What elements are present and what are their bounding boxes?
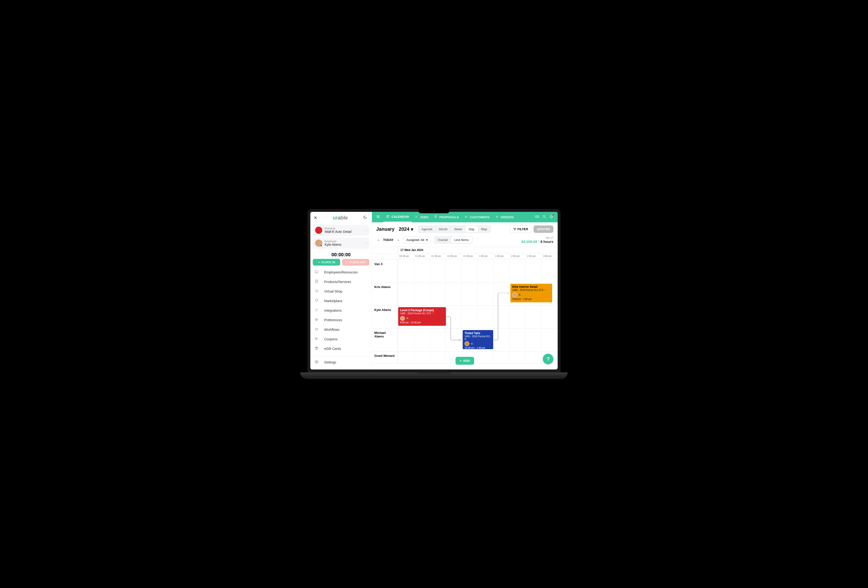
view-agenda[interactable]: Agenda — [418, 226, 435, 232]
view-map[interactable]: Map — [478, 226, 490, 232]
time-header: 1:00 pm — [478, 253, 494, 259]
calendar-cell[interactable] — [542, 260, 558, 283]
svg-point-17 — [316, 318, 316, 319]
calendar-cell[interactable] — [526, 260, 542, 283]
view-month[interactable]: Month — [435, 226, 451, 232]
calendar-cell[interactable] — [510, 329, 526, 352]
employee-selector[interactable]: Employee Kyle Abens › — [313, 238, 369, 249]
calendar-cell[interactable] — [478, 306, 494, 329]
svg-point-30 — [497, 217, 498, 218]
calendar-cell[interactable] — [478, 283, 494, 306]
calendar-cell[interactable] — [510, 306, 526, 329]
time-header: 12:30 pm — [462, 253, 478, 259]
sidebar-item-marketplace[interactable]: Marketplace — [310, 296, 372, 306]
calendar-cell[interactable] — [414, 283, 430, 306]
calendar-cell[interactable] — [398, 352, 414, 363]
clock-out-button[interactable]: CLOCK-OUT — [342, 259, 369, 266]
calendar-cell[interactable] — [430, 352, 446, 363]
today-button[interactable]: TODAY — [383, 238, 394, 242]
calendar-cell[interactable] — [446, 283, 462, 306]
tab-proposals[interactable]: PROPOSALS — [431, 212, 462, 222]
calendar-cell[interactable] — [494, 352, 510, 363]
calendar-cell[interactable] — [414, 260, 430, 283]
business-name: Wall-E Auto Detail — [325, 230, 363, 233]
cash-icon[interactable] — [535, 215, 539, 220]
tab-jobs[interactable]: JOBS — [412, 212, 431, 222]
dark-mode-icon[interactable] — [363, 216, 368, 220]
sidebar-item-virtual-shop[interactable]: Virtual Shop — [310, 287, 372, 296]
search-icon[interactable] — [542, 215, 546, 220]
calendar-cell[interactable] — [446, 306, 462, 329]
calendar-cell[interactable] — [430, 260, 446, 283]
sidebar-item-employees-resources[interactable]: Employees/Resources — [310, 267, 372, 277]
sidebar-item-products-services[interactable]: Products/Services — [310, 277, 372, 287]
sidebar-item-settings[interactable]: Settings — [310, 358, 372, 367]
calendar-cell[interactable] — [510, 352, 526, 363]
quotes-button[interactable]: QUOTES — [534, 226, 554, 233]
prev-day-button[interactable]: ‹ — [376, 237, 380, 243]
calendar-cell[interactable] — [478, 352, 494, 363]
bell-icon[interactable] — [549, 215, 554, 220]
close-icon[interactable]: ✕ — [314, 215, 317, 220]
sidebar-item-workflows[interactable]: Workflows — [310, 325, 372, 334]
calendar-cell[interactable] — [494, 306, 510, 329]
time-header: 12:00 pm — [446, 253, 462, 259]
event-elite[interactable]: Elite Interior Detail 1495 - 2018 Porche… — [511, 284, 552, 302]
tab-calendar[interactable]: CALENDAR — [383, 212, 412, 222]
scope-line-items[interactable]: Line Items — [451, 237, 472, 243]
sidebar-item-preferences[interactable]: Preferences — [310, 315, 372, 325]
calendar-cell[interactable] — [494, 329, 510, 352]
resource-row: Kyle Abens — [372, 306, 398, 329]
calendar-cell[interactable] — [526, 352, 542, 363]
assigned-dropdown[interactable]: Assigned: All ▾ — [403, 236, 431, 244]
help-button[interactable]: ? — [543, 354, 554, 364]
employee-label: Employee — [325, 240, 363, 243]
calendar-cell[interactable] — [478, 260, 494, 283]
time-header: 11:30 am — [430, 253, 446, 259]
calendar-cell[interactable] — [398, 283, 414, 306]
sidebar-item-coupons[interactable]: Coupons — [310, 334, 372, 344]
svg-point-16 — [317, 311, 318, 311]
employee-name: Kyle Abens — [325, 243, 363, 247]
view-week[interactable]: Week — [451, 226, 465, 232]
tab-icon — [434, 215, 438, 219]
calendar-cell[interactable] — [462, 283, 478, 306]
calendar-cell[interactable] — [462, 260, 478, 283]
calendar-cell[interactable] — [526, 306, 542, 329]
calendar-cell[interactable] — [462, 306, 478, 329]
calendar-cell[interactable] — [542, 329, 558, 352]
filter-button[interactable]: FILTER — [510, 226, 532, 233]
tab-customers[interactable]: CUSTOMERS — [462, 212, 493, 222]
next-day-button[interactable]: › — [397, 237, 401, 243]
calendar-cell[interactable] — [510, 260, 526, 283]
view-day[interactable]: Day — [465, 226, 478, 232]
calendar-cell[interactable] — [414, 352, 430, 363]
calendar-cell[interactable] — [494, 260, 510, 283]
calendar-cell[interactable] — [430, 329, 446, 352]
scope-overall[interactable]: Overall — [434, 237, 451, 243]
calendar-cell[interactable] — [430, 283, 446, 306]
calendar-cell[interactable] — [414, 329, 430, 352]
calendar-cell[interactable] — [494, 283, 510, 306]
month-selector[interactable]: January 2024 ▾ — [376, 226, 413, 232]
event-tinted[interactable]: Tinted Tails 1495 - 2018 Porche 911 G 12… — [463, 330, 493, 349]
business-label: Business — [325, 227, 363, 230]
calendar-cell[interactable] — [542, 306, 558, 329]
calendar-cell[interactable] — [446, 329, 462, 352]
event-level2[interactable]: Level 2 Package (Coupe) 1495 - 2018 Porc… — [398, 307, 446, 326]
add-button[interactable]: +ADD — [456, 357, 474, 365]
calendar-cell[interactable] — [398, 260, 414, 283]
tab-orders[interactable]: ORDERS — [493, 212, 517, 222]
clock-in-button[interactable]: CLOCK-IN — [313, 259, 340, 266]
calendar-cell[interactable] — [526, 329, 542, 352]
sidebar-item-egift-cards[interactable]: eGift Cards — [310, 344, 372, 353]
calendar-cell[interactable] — [446, 260, 462, 283]
sidebar-item-integrations[interactable]: Integrations — [310, 306, 372, 315]
chevron-right-icon: › — [366, 229, 367, 232]
business-selector[interactable]: Business Wall-E Auto Detail › — [313, 225, 369, 236]
svg-point-1 — [315, 270, 318, 273]
time-header: 2:30 pm — [526, 253, 542, 259]
calendar-cell[interactable] — [398, 329, 414, 352]
logo: urable — [332, 215, 348, 221]
menu-icon[interactable] — [374, 215, 382, 220]
